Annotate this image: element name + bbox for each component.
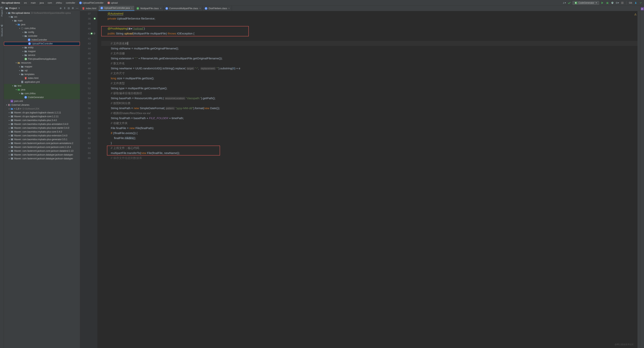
tree-class-selected[interactable]: CUploadFileController xyxy=(4,42,80,45)
close-tab-icon[interactable]: × xyxy=(228,7,230,10)
gutter-line[interactable]: 65 xyxy=(80,151,97,156)
gutter-line[interactable]: 42 xyxy=(80,36,97,41)
gutter-line[interactable]: 58 xyxy=(80,116,97,121)
breadcrumb-item[interactable]: zhifou xyxy=(56,1,62,4)
url-mapping-icon[interactable] xyxy=(128,27,131,30)
tree-external-libs[interactable]: ▾External Libraries xyxy=(4,103,80,107)
editor-body[interactable]: 3738394041@42434445464748495051525354555… xyxy=(80,11,640,348)
code-content[interactable]: @Autowired private UploadFileService fil… xyxy=(97,11,638,348)
close-tab-icon[interactable]: × xyxy=(131,7,133,9)
hide-panel-icon[interactable]: — xyxy=(76,7,78,9)
gutter-line[interactable]: 43 xyxy=(80,41,97,46)
warning-indicator-icon[interactable]: ⚠ xyxy=(634,12,637,17)
tree-folder[interactable]: ▾templates xyxy=(4,72,80,76)
select-opened-file-icon[interactable]: ⊕ xyxy=(60,7,62,9)
gutter-line[interactable]: 49 xyxy=(80,71,97,76)
tab-index-html[interactable]: index.html xyxy=(80,6,98,11)
tree-library[interactable]: ▸Maven: com.baomidou:mybatis-plus-boot-s… xyxy=(4,126,80,130)
spring-bean-icon[interactable] xyxy=(93,17,96,20)
tree-library[interactable]: ▸Maven: com.baomidou:mybatis-plus-core:3… xyxy=(4,130,80,134)
tree-library[interactable]: ▸Maven: ch.qos.logback:logback-core:1.2.… xyxy=(4,114,80,118)
gutter-line[interactable]: 61 xyxy=(80,131,97,136)
gutter-line[interactable]: 40 xyxy=(80,26,97,31)
profiler-button[interactable]: ▾ xyxy=(616,1,619,4)
gutter-line[interactable]: 47 xyxy=(80,61,97,66)
line-gutter[interactable]: 3738394041@42434445464748495051525354555… xyxy=(80,11,97,348)
tree-package[interactable]: ▸service xyxy=(4,53,80,57)
gutter-line[interactable]: 39 xyxy=(80,21,97,26)
gutter-line[interactable]: 50 xyxy=(80,76,97,81)
git-update-button[interactable] xyxy=(634,1,638,4)
gutter-line[interactable]: 59 xyxy=(80,121,97,126)
expand-all-icon[interactable]: ⇕ xyxy=(64,7,66,9)
build-icon[interactable] xyxy=(568,1,571,4)
tree-jdk[interactable]: ▸< 1.8 >D:\Software\JDK xyxy=(4,107,80,111)
endpoint-icon[interactable]: @ xyxy=(93,32,96,35)
gutter-line[interactable]: 66 xyxy=(80,156,97,160)
breadcrumb-item[interactable]: src xyxy=(24,1,27,4)
gutter-line[interactable]: 37 xyxy=(80,11,97,16)
gutter-line[interactable]: 54 xyxy=(80,96,97,101)
tree-package[interactable]: ▾com.zhifou xyxy=(4,26,80,30)
tree-package[interactable]: ▾com.zhifou xyxy=(4,91,80,95)
tree-file[interactable]: mpom.xml xyxy=(4,99,80,103)
tree-package[interactable]: ▸config xyxy=(4,30,80,34)
tree-file[interactable]: Yapplication.yml xyxy=(4,80,80,84)
gutter-line[interactable]: 45 xyxy=(80,51,97,56)
run-button[interactable] xyxy=(601,1,604,4)
tree-library[interactable]: ▸Maven: com.fasterxml.jackson.core:jacks… xyxy=(4,145,80,149)
gutter-line[interactable]: 44 xyxy=(80,46,97,51)
spring-bean-icon[interactable] xyxy=(90,32,93,35)
tree-package[interactable]: ▾controller xyxy=(4,34,80,38)
gutter-line[interactable]: 52 xyxy=(80,86,97,91)
tree-package[interactable]: ▸mapper xyxy=(4,49,80,53)
tree-test-folder[interactable]: ▾java xyxy=(4,88,80,91)
tree-class[interactable]: ⏻FileUploadDemoApplication xyxy=(4,57,80,61)
breadcrumb-item[interactable]: java xyxy=(40,1,44,4)
run-config-selector[interactable]: CodeGenerator ▼ xyxy=(572,1,599,5)
tree-library[interactable]: ▸Maven: com.baomidou:mybatis-plus:3.4.0 xyxy=(4,118,80,122)
close-tab-icon[interactable]: × xyxy=(160,7,162,10)
breadcrumb[interactable]: file-upload-demo 〉 src 〉 main 〉 java 〉 c… xyxy=(2,1,562,4)
gutter-line[interactable]: 55 xyxy=(80,101,97,106)
gutter-line[interactable]: 62 xyxy=(80,136,97,141)
tree-folder[interactable]: ▸mapper xyxy=(4,65,80,68)
tree-library[interactable]: ▸Maven: com.fasterxml.jackson.core:jacks… xyxy=(4,149,80,153)
breadcrumb-item[interactable]: controller xyxy=(66,1,75,4)
git-commit-button[interactable] xyxy=(639,1,642,4)
breadcrumb-root[interactable]: file-upload-demo xyxy=(2,1,20,4)
tree-class[interactable]: CIndexController xyxy=(4,38,80,42)
tree-folder[interactable]: ▾test xyxy=(4,84,80,88)
tree-resources-folder[interactable]: ▾resources xyxy=(4,61,80,65)
add-config-icon[interactable]: ▾ xyxy=(562,1,566,4)
tree-folder[interactable]: ▾src xyxy=(4,15,80,19)
tree-library[interactable]: ▸Maven: ch.qos.logback:logback-classic:1… xyxy=(4,111,80,114)
settings-icon[interactable]: ⚙ xyxy=(72,7,74,9)
maven-tool-tab[interactable]: m xyxy=(641,7,644,10)
tree-source-folder[interactable]: ▾java xyxy=(4,22,80,26)
tree-library[interactable]: ▸Maven: com.fasterxml.jackson.datatype:j… xyxy=(4,157,80,160)
gutter-line[interactable]: 60 xyxy=(80,126,97,131)
error-stripe[interactable] xyxy=(638,11,640,348)
gutter-line[interactable]: 56 xyxy=(80,106,97,111)
coverage-button[interactable] xyxy=(611,1,614,4)
project-tool-tab[interactable]: Project xyxy=(0,6,4,17)
tab-upload-controller[interactable]: CUploadFileController.java× xyxy=(98,6,135,11)
gutter-line[interactable]: 41@ xyxy=(80,31,97,36)
tree-library[interactable]: ▸Maven: com.fasterxml.jackson.datatype:j… xyxy=(4,153,80,157)
gutter-line[interactable]: 57 xyxy=(80,111,97,116)
close-tab-icon[interactable]: × xyxy=(199,7,201,10)
project-tree[interactable]: ▾file-upload-demoD:\Software\WorkSpace\I… xyxy=(4,11,80,348)
breadcrumb-item[interactable]: UploadFileController xyxy=(82,1,104,4)
tab-disk-fileitem[interactable]: CDiskFileItem.class× xyxy=(203,6,232,11)
gutter-line[interactable]: 64 xyxy=(80,146,97,151)
gutter-line[interactable]: 63 xyxy=(80,141,97,146)
gutter-line[interactable]: 51 xyxy=(80,81,97,86)
tab-multipartfile[interactable]: IMultipartFile.class× xyxy=(134,6,164,11)
project-view-selector[interactable]: Project ▼ xyxy=(5,7,60,9)
tree-library[interactable]: ▸Maven: com.fasterxml.jackson.core:jacks… xyxy=(4,141,80,145)
tree-class[interactable]: CCodeGenerator xyxy=(4,95,80,99)
structure-tool-tab[interactable]: Structure xyxy=(0,24,4,37)
gutter-line[interactable]: 48 xyxy=(80,66,97,71)
tree-folder[interactable]: ▸sql xyxy=(4,68,80,72)
